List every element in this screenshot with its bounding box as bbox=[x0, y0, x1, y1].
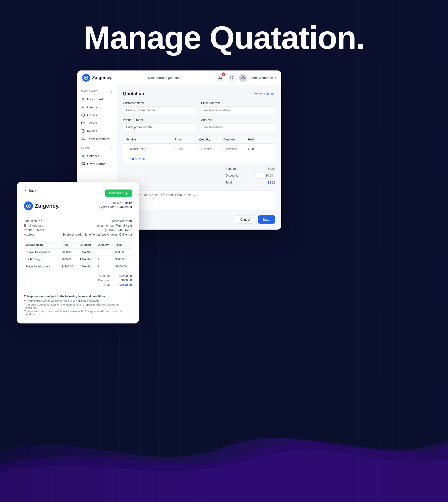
address-label: Address bbox=[201, 118, 275, 122]
team-icon bbox=[81, 137, 85, 141]
address-group: Address bbox=[201, 118, 275, 131]
invoice-icon bbox=[81, 129, 85, 133]
sidebar-label-order-forms: Order Forms bbox=[87, 162, 106, 166]
card-total-label: Total: bbox=[93, 283, 111, 287]
quot-meta: Qut No : 03012 Expire Date : 12/02/2023 bbox=[99, 201, 132, 209]
row-total-2: $1200.00 bbox=[114, 263, 132, 270]
card-terms: This quotation is subject to the followi… bbox=[24, 292, 132, 316]
form-row-2: Phone Number Address bbox=[123, 118, 275, 131]
add-service-button[interactable]: + Add Service bbox=[126, 157, 145, 161]
price-input[interactable] bbox=[174, 146, 198, 152]
sidebar-item-invoice[interactable]: Invoice bbox=[77, 127, 117, 135]
row-total-1: $600.00 bbox=[114, 256, 132, 263]
customer-name-input[interactable] bbox=[123, 106, 197, 114]
subtotal-label: Subtotal: bbox=[225, 167, 237, 171]
summary-box: Subtotal: $0.00 Discount: Total: $900 bbox=[225, 167, 275, 187]
cancel-button[interactable]: Cancel bbox=[235, 215, 255, 224]
card-total-value: $2600.00 bbox=[114, 283, 132, 287]
phone-info-label: Phone Number : bbox=[24, 228, 51, 232]
sidebar-item-dashboard[interactable]: ⊞ Dashboard bbox=[77, 95, 117, 103]
terms-line-1: ** Randomised words which don't look eve… bbox=[24, 299, 132, 302]
email-input[interactable] bbox=[201, 106, 275, 114]
terms-line-3: ** generate Lorem ipsum which looks reas… bbox=[24, 310, 132, 316]
discount-row: Discount: bbox=[225, 173, 275, 179]
summary-section: Subtotal: $0.00 Discount: Total: $900 bbox=[123, 167, 275, 187]
background-wave bbox=[0, 377, 448, 502]
card-subtotal-label: Subtotal: bbox=[93, 274, 111, 278]
card-subtotal-value: $2600.00 bbox=[114, 274, 132, 278]
sidebar-item-team[interactable]: Team Members bbox=[77, 135, 117, 143]
service-table-row: $0.00 bbox=[123, 144, 275, 154]
duration-input[interactable] bbox=[224, 146, 247, 152]
sidebar-item-order-forms[interactable]: Order Forms bbox=[77, 160, 117, 168]
logo-text: Zaigency. bbox=[92, 75, 112, 80]
svg-rect-8 bbox=[82, 163, 85, 165]
card-total-row: Total: $2600.00 bbox=[93, 283, 132, 287]
card-discount-row: Discount: $108.00 bbox=[93, 279, 132, 282]
row-total-0: $800.00 bbox=[114, 249, 132, 256]
discount-input[interactable] bbox=[255, 173, 275, 179]
sidebar-expand-icon[interactable]: » bbox=[111, 89, 113, 93]
expire-label: Expire Date : bbox=[99, 205, 116, 209]
search-button[interactable] bbox=[227, 73, 236, 82]
phone-input[interactable] bbox=[123, 123, 197, 131]
sidebar-main-label: MAIN PAGES » bbox=[77, 89, 117, 95]
col-quantity: Quantity bbox=[199, 138, 224, 141]
notification-button[interactable]: 2 bbox=[216, 73, 224, 82]
card-col-price: Price bbox=[60, 241, 78, 249]
sidebar-item-tickets[interactable]: Tickets bbox=[77, 119, 117, 127]
setup-expand-icon[interactable]: » bbox=[111, 146, 113, 150]
view-quotation-link[interactable]: View Quotation bbox=[255, 92, 275, 96]
card-col-service: Service Name bbox=[24, 241, 60, 249]
phone-group: Phone Number bbox=[123, 118, 197, 131]
back-button[interactable]: Back bbox=[24, 189, 36, 192]
phone-label: Phone Number bbox=[123, 118, 197, 122]
add-service-row: + Add Service bbox=[123, 154, 275, 163]
svg-point-1 bbox=[82, 106, 83, 107]
col-duration: Duration bbox=[224, 138, 248, 141]
sidebar-item-services[interactable]: ⚙️ Services bbox=[77, 152, 117, 160]
phone-row: Phone Number : (+880) 01245 36221 bbox=[24, 228, 132, 232]
email-info-value: jamesmorrison@gmail.com bbox=[51, 224, 132, 227]
save-button[interactable]: Save bbox=[258, 215, 275, 224]
breadcrumb-home[interactable]: Dashboard bbox=[148, 76, 164, 80]
row-price-1: $600.00 bbox=[60, 256, 78, 263]
product-name-input[interactable] bbox=[126, 146, 173, 152]
row-price-0: $800.00 bbox=[60, 249, 78, 256]
app-header: Zaigency. Dashboard / Quotation 2 bbox=[77, 70, 281, 85]
card-discount-label: Discount: bbox=[93, 279, 111, 282]
download-button[interactable]: Download bbox=[105, 189, 132, 197]
logo-icon bbox=[82, 74, 90, 82]
sidebar-item-orders[interactable]: Orders bbox=[77, 111, 117, 119]
row-duration-1: 1 Months bbox=[78, 256, 96, 263]
sidebar-label-tickets: Tickets bbox=[87, 121, 97, 125]
card-discount-value: $108.00 bbox=[114, 279, 132, 282]
row-duration-2: 4 Months bbox=[78, 263, 96, 270]
sidebar-item-clients[interactable]: Clients bbox=[77, 103, 117, 111]
notification-badge: 2 bbox=[222, 72, 225, 76]
notes-textarea[interactable] bbox=[123, 190, 275, 210]
card-col-quantity: Quantity bbox=[96, 241, 114, 249]
sidebar-label-invoice: Invoice bbox=[87, 129, 97, 133]
address-input[interactable] bbox=[201, 123, 275, 131]
subtotal-row: Subtotal: $0.00 bbox=[225, 167, 275, 171]
sidebar-label-dashboard: Dashboard bbox=[87, 97, 103, 101]
sidebar-label-services: Services bbox=[87, 154, 100, 158]
subtotal-value: $0.00 bbox=[268, 167, 275, 171]
notes-section bbox=[123, 190, 275, 211]
user-info[interactable]: JA James Anderson ▾ bbox=[239, 74, 276, 82]
chevron-down-icon: ▾ bbox=[275, 76, 276, 79]
total-row: Total: $900 bbox=[225, 181, 275, 185]
total-value: $900 bbox=[268, 181, 275, 185]
orders-icon bbox=[81, 113, 85, 117]
sidebar-label-orders: Orders bbox=[87, 113, 97, 117]
card-logo: Zaigency. bbox=[24, 201, 60, 210]
customer-name-label: Customer Name bbox=[123, 101, 197, 105]
row-service-2: Flutter Development bbox=[24, 263, 60, 270]
sidebar-label-clients: Clients bbox=[87, 105, 97, 109]
user-name: James Anderson bbox=[249, 76, 273, 80]
service-table: Service Price Quantity Duration Total $0… bbox=[123, 135, 275, 163]
order-forms-icon bbox=[81, 162, 85, 166]
quantity-input[interactable] bbox=[199, 146, 223, 152]
col-total: Total bbox=[248, 138, 272, 141]
